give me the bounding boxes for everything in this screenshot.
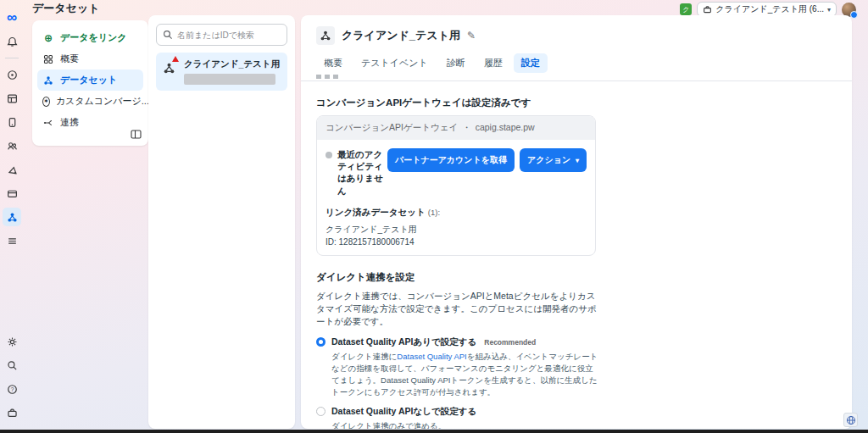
dataset-sidebar: ⊕ データをリンク 概要 データセット ✶ カスタムコンバージ... 連携 [32, 20, 148, 146]
status-dot-icon [326, 152, 332, 158]
search-input[interactable] [177, 31, 277, 40]
get-partner-account-button[interactable]: パートナーアカウントを取得 [387, 148, 515, 172]
desc-text: ダイレクト連携に [331, 352, 397, 361]
option-without-api-description: ダイレクト連携のみで進める。 [331, 420, 601, 429]
page-title: データセット [32, 1, 100, 16]
linked-dataset-name: クライアンド_テスト用 [326, 224, 587, 236]
tab-test-events[interactable]: テストイベント [353, 53, 436, 73]
clipped-scrolled-text [316, 75, 342, 79]
svg-text:?: ? [10, 386, 14, 391]
linked-dataset-id: ID: 1282157180006714 [326, 237, 587, 247]
help-icon[interactable]: ? [3, 380, 21, 398]
notifications-bell-icon[interactable] [3, 32, 21, 51]
sidebar-item-link-data[interactable]: ⊕ データをリンク [37, 27, 143, 48]
radio-selected-icon[interactable] [316, 337, 326, 347]
dataset-detail-panel: クライアンド_テスト用 ✎ 概要 テストイベント 診断 履歴 設定 コンバージョ… [301, 15, 852, 429]
direct-integration-heading: ダイレクト連携を設定 [316, 271, 599, 284]
circled-star-icon: ✶ [42, 97, 50, 107]
dataset-list-panel: クライアンド_テスト用 [148, 15, 295, 429]
plus-circle-icon: ⊕ [42, 32, 54, 44]
dataset-list-item-selected[interactable]: クライアンド_テスト用 [156, 53, 287, 91]
sidebar-item-custom-conversions[interactable]: ✶ カスタムコンバージ... [37, 91, 143, 112]
branch-icon [42, 118, 54, 128]
dataset-item-title: クライアンド_テスト用 [184, 58, 280, 70]
chevron-down-icon: ▾ [576, 157, 579, 164]
account-selector-label: クライアンド_テスト用 (6... [715, 3, 824, 15]
datasets-rail-icon[interactable] [3, 208, 21, 226]
option-without-quality-api[interactable]: Dataset Quality APIなしで設定する [316, 406, 599, 418]
sidebar-item-label: 概要 [60, 53, 79, 65]
tab-overview[interactable]: 概要 [316, 53, 350, 73]
dataset-icon [163, 58, 178, 85]
edit-pencil-icon[interactable]: ✎ [467, 30, 476, 42]
chevron-down-icon: ▾ [827, 6, 831, 14]
traffic-analysis-icon[interactable] [3, 160, 21, 179]
sidebar-item-integrations[interactable]: 連携 [37, 112, 143, 133]
tab-diagnostics[interactable]: 診断 [439, 53, 473, 73]
tab-settings[interactable]: 設定 [514, 53, 548, 73]
activity-status: 最近のアクティビティはありません [337, 148, 386, 197]
left-icon-rail: ∞ ? [0, 0, 24, 430]
avatar-notification-badge [850, 11, 858, 19]
sidebar-item-label: カスタムコンバージ... [56, 95, 149, 108]
tab-bar: 概要 テストイベント 診断 履歴 設定 [316, 53, 837, 73]
settings-content: コンバージョンAPIゲートウェイは設定済みです コンバージョンAPIゲートウェイ… [301, 81, 599, 429]
all-tools-menu-icon[interactable] [3, 231, 21, 250]
linked-datasets-count: (1): [428, 208, 440, 217]
ads-manager-icon[interactable] [3, 65, 21, 84]
quality-api-link[interactable]: Dataset Quality API [397, 352, 466, 361]
meta-logo-icon[interactable]: ∞ [3, 8, 21, 26]
translate-globe-icon[interactable] [843, 413, 858, 427]
settings-gear-icon[interactable] [3, 332, 21, 351]
dot-separator: ・ [462, 122, 471, 134]
capig-card: コンバージョンAPIゲートウェイ ・ capig.stape.pw 最近のアクテ… [316, 115, 596, 256]
briefcase-icon [703, 5, 712, 14]
grid-icon [42, 54, 54, 64]
dataset-title: クライアンド_テスト用 [342, 28, 460, 43]
collapse-panel-icon[interactable] [131, 130, 142, 141]
warning-badge-icon [172, 56, 179, 62]
recommended-badge: Recommended [484, 338, 536, 347]
campaigns-table-icon[interactable] [3, 89, 21, 108]
search-icon [163, 30, 173, 40]
linked-datasets-heading: リンク済みデータセット [326, 207, 426, 217]
radio-unselected-icon[interactable] [316, 407, 326, 416]
tab-history[interactable]: 履歴 [476, 53, 510, 73]
sidebar-item-label: データセット [60, 74, 117, 86]
bottom-edge-strip [0, 430, 868, 433]
billing-card-icon[interactable] [3, 184, 21, 203]
option-label: Dataset Quality APIありで設定する [331, 336, 476, 347]
dataset-item-id-redacted [184, 74, 275, 85]
rail-divider [5, 58, 19, 58]
option-label: Dataset Quality APIなしで設定する [331, 406, 476, 416]
dataset-search[interactable] [156, 24, 287, 46]
dataset-icon [316, 26, 335, 45]
sidebar-item-datasets[interactable]: データセット [37, 69, 143, 91]
sidebar-item-label: 連携 [60, 116, 79, 129]
sidebar-item-overview[interactable]: 概要 [37, 48, 143, 69]
business-briefcase-icon[interactable] [3, 403, 21, 422]
dataset-icon [42, 75, 54, 86]
gateway-domain: capig.stape.pw [476, 122, 535, 134]
actions-button-label: アクション [527, 155, 570, 164]
media-library-icon[interactable] [3, 113, 21, 131]
audiences-icon[interactable] [3, 136, 21, 155]
gateway-label: コンバージョンAPIゲートウェイ [326, 122, 458, 134]
direct-integration-description: ダイレクト連携では、コンバージョンAPIとMetaピクセルをよりカスタマイズ可能… [316, 290, 598, 329]
capig-heading: コンバージョンAPIゲートウェイは設定済みです [316, 97, 599, 109]
option-with-api-description: ダイレクト連携にDataset Quality APIを組み込み、イベントマッチ… [331, 351, 601, 397]
option-with-quality-api[interactable]: Dataset Quality APIありで設定する Recommended [316, 336, 599, 348]
profile-avatar[interactable] [842, 3, 856, 17]
search-rail-icon[interactable] [3, 356, 21, 375]
actions-dropdown-button[interactable]: アクション ▾ [520, 148, 587, 172]
sidebar-item-label: データをリンク [60, 31, 127, 44]
business-badge[interactable]: ク [680, 3, 692, 15]
